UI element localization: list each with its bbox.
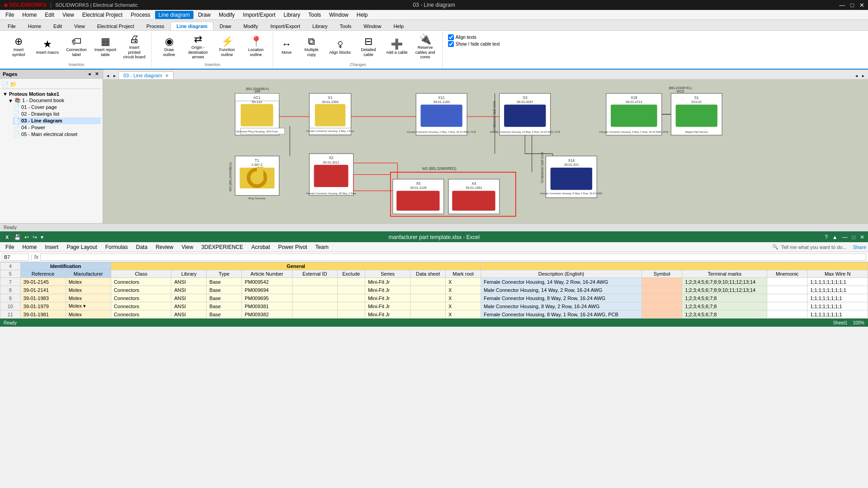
menu-process[interactable]: Process xyxy=(127,11,154,19)
cell-markroot-7[interactable]: X xyxy=(446,278,481,286)
cell-terminal-11[interactable]: 1;2;3;4;5;6;7;8 xyxy=(682,310,767,319)
menu-modify[interactable]: Modify xyxy=(215,11,238,19)
formula-input[interactable] xyxy=(40,253,866,261)
cell-description-9[interactable]: Female Connector Housing, 8 Way, 2 Row, … xyxy=(481,294,642,302)
cell-datasheet-11[interactable] xyxy=(410,310,446,319)
tree-line-diagram[interactable]: 📄 03 - Line diagram xyxy=(13,117,101,124)
function-outline-btn[interactable]: ⚡ Function outline xyxy=(213,33,241,61)
cell-exclude-8[interactable] xyxy=(337,286,365,294)
cell-exclude-11[interactable] xyxy=(337,310,365,319)
cell-datasheet-10[interactable] xyxy=(410,302,446,310)
excel-menu-acrobat[interactable]: Acrobat xyxy=(248,243,274,251)
cell-symbol-11[interactable] xyxy=(642,310,682,319)
excel-menu-team[interactable]: Team xyxy=(311,243,332,251)
cell-library-8[interactable]: ANSI xyxy=(171,286,207,294)
excel-share-btn[interactable]: Share xyxy=(853,244,866,250)
excel-toolbar-undo[interactable]: ↩ xyxy=(24,234,29,240)
cell-terminal-9[interactable]: 1;2;3;4;5;6;7;8 xyxy=(682,294,767,302)
cell-ref-11[interactable]: 39-01-1981 xyxy=(20,310,66,319)
drawing-nav-left[interactable]: ◂ xyxy=(854,72,859,79)
menu-view[interactable]: View xyxy=(59,11,78,19)
tree-folder-icon[interactable]: 📁 xyxy=(10,81,17,88)
cell-datasheet-8[interactable] xyxy=(410,286,446,294)
cell-series-9[interactable]: Mini-Fit Jr xyxy=(365,294,410,302)
tab-view[interactable]: View xyxy=(68,22,91,30)
add-cable-btn[interactable]: ➕ Add a cable xyxy=(383,33,410,61)
detailed-cable-btn[interactable]: ⊟ Detailed cable xyxy=(354,33,382,61)
excel-menu-page-layout[interactable]: Page Layout xyxy=(63,243,100,251)
drawing-nav-right[interactable]: ▸ xyxy=(860,72,866,79)
align-texts-checkbox[interactable]: Align texts xyxy=(448,34,500,40)
menu-tools[interactable]: Tools xyxy=(305,11,325,19)
insert-symbol-btn[interactable]: ⊕ Insert symbol xyxy=(5,33,33,61)
menu-home[interactable]: Home xyxy=(19,11,40,19)
cell-extid-8[interactable] xyxy=(292,286,337,294)
cell-maxwire-10[interactable]: 1;1;1;1;1;1;1;1 xyxy=(807,302,868,310)
menu-file[interactable]: File xyxy=(2,11,18,19)
tree-power[interactable]: 📄 04 - Power xyxy=(13,124,101,131)
cell-maxwire-11[interactable]: 1;1;1;1;1;1;1;1 xyxy=(807,310,868,319)
cell-exclude-10[interactable] xyxy=(337,302,365,310)
cell-class-11[interactable]: Connectors xyxy=(111,310,171,319)
cell-class-8[interactable]: Connectors xyxy=(111,286,171,294)
excel-menu-3dexp[interactable]: 3DEXPERIENCE xyxy=(198,243,247,251)
excel-window-controls[interactable]: ? ▲ — □ ✕ xyxy=(825,234,864,240)
pages-scroll-up[interactable]: ◂ xyxy=(87,71,92,77)
menu-import-export[interactable]: Import/Export xyxy=(239,11,279,19)
insert-macro-btn[interactable]: ★ Insert macro xyxy=(33,33,61,61)
cell-class-7[interactable]: Connectors xyxy=(111,278,171,286)
excel-help-icon[interactable]: ? xyxy=(825,234,828,240)
cell-library-11[interactable]: ANSI xyxy=(171,310,207,319)
cell-mnemonic-10[interactable] xyxy=(767,302,807,310)
cell-library-7[interactable]: ANSI xyxy=(171,278,207,286)
cell-article-10[interactable]: PM009381 xyxy=(242,302,292,310)
cell-series-11[interactable]: Mini-Fit Jr xyxy=(365,310,410,319)
canvas[interactable]: AC1 55-110 Switched Plug Housing, 20A Fu… xyxy=(103,80,868,223)
tab-help[interactable]: Help xyxy=(387,22,410,30)
cell-mfr-8[interactable]: Molex xyxy=(66,286,111,294)
excel-sheet-tab[interactable]: Sheet1 xyxy=(833,320,848,325)
draw-outline-btn[interactable]: ◉ Draw outline xyxy=(155,33,183,61)
cell-ref-8[interactable]: 39-01-2141 xyxy=(20,286,66,294)
tab-scroll-left[interactable]: ◂ xyxy=(105,72,111,79)
menu-help[interactable]: Help xyxy=(353,11,372,19)
menu-window[interactable]: Window xyxy=(326,11,352,19)
cell-series-8[interactable]: Mini-Fit Jr xyxy=(365,286,410,294)
cell-class-9[interactable]: Connectors xyxy=(111,294,171,302)
move-btn[interactable]: ↔ Move xyxy=(277,33,297,61)
cell-article-7[interactable]: PM009542 xyxy=(242,278,292,286)
cell-reference-input[interactable] xyxy=(2,253,29,261)
cell-markroot-10[interactable]: X xyxy=(446,302,481,310)
cell-extid-9[interactable] xyxy=(292,294,337,302)
cell-mfr-11[interactable]: Molex xyxy=(66,310,111,319)
tab-modify[interactable]: Modify xyxy=(238,22,264,30)
align-blocks-btn[interactable]: ⧬ Align blocks xyxy=(326,33,354,61)
cell-mfr-7[interactable]: Molex xyxy=(66,278,111,286)
cell-extid-7[interactable] xyxy=(292,278,337,286)
cell-extid-11[interactable] xyxy=(292,310,337,319)
excel-toolbar-redo[interactable]: ↪ xyxy=(33,234,37,240)
cell-terminal-7[interactable]: 1;2;3;4;5;6;7;8;9;10;11;12;13;14 xyxy=(682,278,767,286)
cell-description-11[interactable]: Female Connector Housing, 8 Way, 1 Row, … xyxy=(481,310,642,319)
tab-tools[interactable]: Tools xyxy=(334,22,358,30)
cell-symbol-8[interactable] xyxy=(642,286,682,294)
reserve-cables-btn[interactable]: 🔌 Reserve cables and cores xyxy=(411,33,439,61)
excel-menu-view[interactable]: View xyxy=(178,243,197,251)
tree-electrical-closet[interactable]: 📄 05 - Main electrical closet xyxy=(13,131,101,138)
pages-close[interactable]: ✕ xyxy=(94,71,100,77)
excel-maximize[interactable]: □ xyxy=(852,234,855,240)
cell-library-10[interactable]: ANSI xyxy=(171,302,207,310)
excel-ribbon-collapse[interactable]: ▲ xyxy=(832,234,838,240)
drawing-tab-line-diagram[interactable]: 03 - Line diagram ✕ xyxy=(118,71,174,79)
cell-maxwire-9[interactable]: 1;1;1;1;1;1;1;1 xyxy=(807,294,868,302)
cell-ref-10[interactable]: 39-01-1979 xyxy=(20,302,66,310)
cell-mnemonic-8[interactable] xyxy=(767,286,807,294)
cell-type-7[interactable]: Base xyxy=(207,278,242,286)
tab-draw[interactable]: Draw xyxy=(214,22,237,30)
tab-library[interactable]: Library xyxy=(307,22,334,30)
excel-toolbar-save[interactable]: 💾 xyxy=(14,234,21,240)
cell-symbol-7[interactable] xyxy=(642,278,682,286)
cell-markroot-8[interactable]: X xyxy=(446,286,481,294)
tab-edit[interactable]: Edit xyxy=(47,22,68,30)
excel-grid-wrapper[interactable]: 4 Identification General 5 Reference Man… xyxy=(0,262,868,319)
